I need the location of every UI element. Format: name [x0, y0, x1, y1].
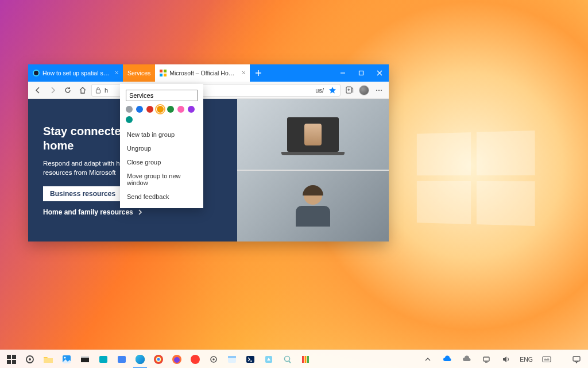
taskbar-edge[interactable] [131, 350, 149, 369]
tray-overflow-button[interactable] [419, 350, 437, 369]
menu-ungroup[interactable]: Ungroup [126, 141, 198, 155]
desktop: How to set up spatial sound with Service… [0, 0, 588, 368]
taskbar-app[interactable] [296, 350, 315, 369]
color-swatch-grey[interactable] [126, 106, 133, 113]
new-tab-button[interactable] [250, 64, 267, 82]
window-minimize-button[interactable] [334, 64, 352, 82]
close-icon[interactable] [115, 71, 118, 75]
taskbar-app[interactable] [94, 350, 113, 369]
svg-point-7 [376, 89, 377, 90]
taskbar-firefox[interactable] [168, 350, 186, 369]
color-swatch-orange[interactable] [157, 106, 164, 113]
svg-rect-36 [246, 356, 254, 363]
svg-rect-1 [164, 70, 167, 72]
svg-rect-21 [99, 356, 107, 363]
taskbar-file-explorer[interactable] [39, 350, 57, 369]
nav-back-button[interactable] [32, 84, 44, 97]
svg-point-24 [136, 355, 145, 364]
nav-refresh-button[interactable] [61, 84, 74, 97]
svg-point-18 [64, 356, 66, 358]
menu-close-group[interactable]: Close group [126, 155, 198, 169]
taskbar-app[interactable] [278, 350, 296, 369]
svg-rect-44 [573, 356, 580, 361]
tray-network-icon[interactable] [477, 350, 496, 369]
svg-rect-40 [305, 356, 307, 363]
favorite-star-icon[interactable] [328, 86, 336, 94]
svg-rect-3 [164, 74, 167, 76]
profile-avatar[interactable] [358, 84, 370, 97]
group-color-row [126, 106, 198, 123]
svg-rect-11 [12, 355, 16, 359]
taskbar-settings[interactable] [204, 350, 223, 369]
nav-home-button[interactable] [76, 84, 89, 97]
color-swatch-pink[interactable] [177, 106, 184, 113]
more-menu-button[interactable] [373, 84, 385, 97]
taskbar: ENG [0, 350, 588, 368]
svg-rect-13 [12, 360, 16, 364]
tray-onedrive-icon[interactable] [438, 350, 457, 369]
nav-forward-button[interactable] [47, 84, 59, 97]
taskbar-app[interactable] [57, 350, 76, 369]
color-swatch-red[interactable] [146, 106, 153, 113]
taskbar-app[interactable] [260, 350, 278, 369]
start-button[interactable] [2, 350, 21, 369]
svg-rect-42 [483, 357, 489, 361]
tab-microsoft-home[interactable]: Microsoft – Official Home Page [155, 64, 250, 82]
url-text-right: us/ [315, 87, 324, 94]
tab-strip: How to set up spatial sound with Service… [28, 64, 389, 82]
svg-rect-10 [7, 355, 11, 359]
svg-rect-12 [7, 360, 11, 364]
hero-image-grid [237, 99, 389, 241]
svg-rect-5 [96, 90, 100, 93]
menu-send-feedback[interactable]: Send feedback [126, 190, 198, 204]
menu-new-tab-in-group[interactable]: New tab in group [126, 128, 198, 141]
svg-rect-41 [307, 356, 309, 363]
windows-logo-watermark [417, 131, 535, 226]
svg-point-15 [29, 358, 31, 361]
window-close-button[interactable] [370, 64, 389, 82]
svg-rect-16 [44, 358, 53, 363]
color-swatch-teal[interactable] [126, 116, 133, 123]
color-swatch-blue[interactable] [136, 106, 143, 113]
tray-volume-icon[interactable] [497, 350, 515, 369]
color-swatch-purple[interactable] [188, 106, 195, 113]
svg-rect-20 [81, 356, 89, 358]
svg-rect-0 [160, 70, 163, 72]
svg-point-33 [212, 358, 215, 361]
svg-rect-2 [160, 74, 163, 76]
color-swatch-green[interactable] [167, 106, 174, 113]
taskbar-app[interactable] [21, 350, 39, 369]
taskbar-app[interactable] [186, 350, 204, 369]
svg-point-31 [191, 355, 200, 364]
url-text-left: h [105, 87, 108, 94]
lock-icon [95, 87, 101, 94]
edge-browser-window: How to set up spatial sound with Service… [28, 64, 389, 241]
tray-keyboard-icon[interactable] [537, 350, 556, 369]
page-viewport: Stay connected athome Respond and adapt … [28, 99, 389, 241]
close-icon[interactable] [242, 71, 246, 75]
taskbar-powershell[interactable] [241, 350, 260, 369]
svg-rect-43 [543, 356, 551, 362]
taskbar-app[interactable] [113, 350, 131, 369]
toolbar: h us/ [28, 82, 389, 99]
tab-spatial-sound[interactable]: How to set up spatial sound with [28, 64, 123, 82]
window-maximize-button[interactable] [352, 64, 370, 82]
taskbar-app[interactable] [223, 350, 241, 369]
group-name-input[interactable] [126, 90, 198, 101]
tab-group-context-menu: New tab in group Ungroup Close group Mov… [120, 84, 203, 208]
microsoft-logo-icon [160, 70, 167, 76]
business-resources-button[interactable]: Business resources [43, 186, 131, 201]
collections-button[interactable] [343, 84, 355, 97]
svg-rect-35 [228, 356, 236, 358]
tray-language[interactable]: ENG [516, 356, 536, 363]
tab-group-services[interactable]: Services [123, 64, 155, 82]
taskbar-app[interactable] [76, 350, 94, 369]
tray-onedrive-grey-icon[interactable] [458, 350, 476, 369]
svg-rect-4 [359, 71, 363, 75]
tray-action-center-icon[interactable] [567, 350, 586, 369]
svg-point-9 [381, 89, 382, 90]
home-family-resources-link[interactable]: Home and family resources [43, 208, 222, 216]
svg-rect-39 [302, 356, 304, 363]
menu-move-group-new-window[interactable]: Move group to new window [126, 169, 198, 190]
taskbar-chrome[interactable] [149, 350, 168, 369]
